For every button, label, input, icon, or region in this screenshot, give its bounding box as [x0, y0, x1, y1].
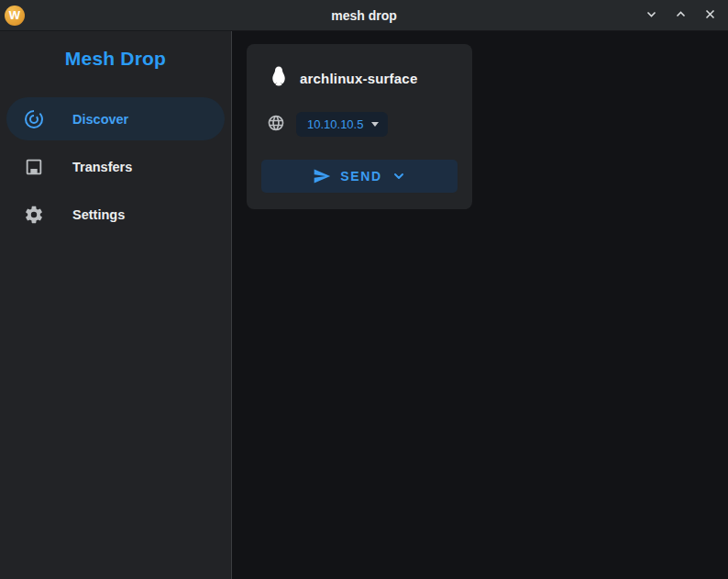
sidebar-item-transfers[interactable]: Transfers	[6, 145, 225, 188]
globe-icon	[267, 114, 285, 136]
window-controls	[640, 5, 728, 27]
close-icon	[703, 7, 717, 24]
send-button-label: SEND	[340, 169, 381, 184]
close-button[interactable]	[699, 5, 721, 27]
sidebar-item-discover[interactable]: Discover	[6, 97, 225, 140]
sidebar-item-label: Discover	[72, 112, 128, 127]
sidebar-nav: Discover Transfers	[0, 97, 231, 236]
device-ip-row: 10.10.10.5	[267, 112, 458, 137]
main-content: archlinux-surface 10.10.10.5	[232, 31, 728, 579]
app-window: W mesh drop Mesh Drop	[0, 0, 728, 579]
sidebar-item-label: Settings	[72, 207, 125, 222]
radar-icon	[23, 108, 45, 130]
ip-address-value: 10.10.10.5	[307, 117, 363, 131]
maximize-button[interactable]	[669, 5, 691, 27]
device-header: archlinux-surface	[267, 64, 458, 92]
app-title: Mesh Drop	[0, 48, 231, 70]
device-card: archlinux-surface 10.10.10.5	[247, 44, 472, 209]
send-button[interactable]: SEND	[261, 160, 458, 193]
sidebar: Mesh Drop Discover	[0, 31, 232, 579]
gear-icon	[23, 204, 45, 226]
chevron-down-icon	[645, 7, 658, 24]
titlebar: W mesh drop	[0, 0, 728, 31]
minimize-button[interactable]	[640, 5, 662, 27]
sidebar-item-settings[interactable]: Settings	[6, 193, 225, 236]
sidebar-item-label: Transfers	[72, 160, 132, 174]
chevron-down-icon	[392, 169, 406, 184]
caret-down-icon	[371, 122, 379, 127]
send-icon	[313, 167, 331, 185]
device-name: archlinux-surface	[300, 71, 417, 86]
app-logo-icon: W	[5, 6, 25, 26]
linux-penguin-icon	[267, 64, 291, 92]
window-title: mesh drop	[0, 8, 728, 23]
ip-address-dropdown[interactable]: 10.10.10.5	[296, 112, 388, 137]
app-logo-letter: W	[9, 8, 20, 22]
chevron-up-icon	[674, 7, 688, 24]
inbox-icon	[23, 156, 45, 178]
